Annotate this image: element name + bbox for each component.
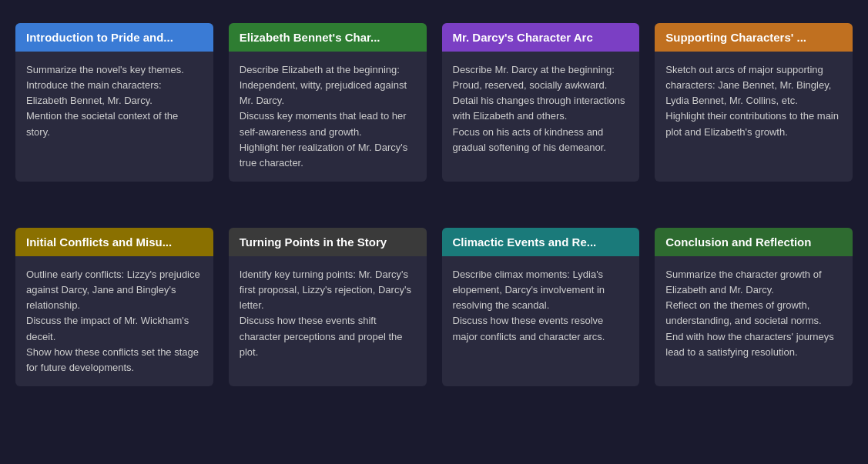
- card-elizabeth-body: Describe Elizabeth at the beginning: Ind…: [229, 52, 427, 182]
- card-turning-header: Turning Points in the Story: [229, 228, 427, 256]
- card-climactic-header: Climactic Events and Re...: [442, 228, 640, 256]
- card-intro: Introduction to Pride and... Summarize t…: [15, 23, 213, 182]
- card-conflicts-header: Initial Conflicts and Misu...: [15, 228, 213, 256]
- spacer: [229, 197, 427, 212]
- card-darcy: Mr. Darcy's Character Arc Describe Mr. D…: [442, 23, 640, 182]
- card-intro-header: Introduction to Pride and...: [15, 23, 213, 52]
- card-conclusion-header: Conclusion and Reflection: [655, 228, 853, 256]
- card-darcy-header: Mr. Darcy's Character Arc: [442, 23, 640, 52]
- spacer: [15, 197, 213, 212]
- card-grid: Introduction to Pride and... Summarize t…: [15, 23, 853, 386]
- card-darcy-body: Describe Mr. Darcy at the beginning: Pro…: [442, 52, 640, 166]
- spacer: [442, 197, 640, 212]
- card-supporting-header: Supporting Characters' ...: [655, 23, 853, 52]
- spacer: [655, 197, 853, 212]
- card-conclusion: Conclusion and Reflection Summarize the …: [655, 228, 853, 386]
- card-supporting-body: Sketch out arcs of major supporting char…: [655, 52, 853, 151]
- card-turning-body: Identify key turning points: Mr. Darcy's…: [229, 256, 427, 371]
- card-conflicts-body: Outline early conflicts: Lizzy's prejudi…: [15, 256, 213, 386]
- card-climactic-body: Describe climax moments: Lydia's elopeme…: [442, 256, 640, 356]
- card-elizabeth-header: Elizabeth Bennet's Char...: [229, 23, 427, 52]
- card-conflicts: Initial Conflicts and Misu... Outline ea…: [15, 228, 213, 386]
- card-intro-body: Summarize the novel's key themes.Introdu…: [15, 52, 213, 151]
- card-climactic: Climactic Events and Re... Describe clim…: [442, 228, 640, 386]
- card-conclusion-body: Summarize the character growth of Elizab…: [655, 256, 853, 371]
- card-supporting: Supporting Characters' ... Sketch out ar…: [655, 23, 853, 182]
- card-turning: Turning Points in the Story Identify key…: [229, 228, 427, 386]
- card-elizabeth: Elizabeth Bennet's Char... Describe Eliz…: [229, 23, 427, 182]
